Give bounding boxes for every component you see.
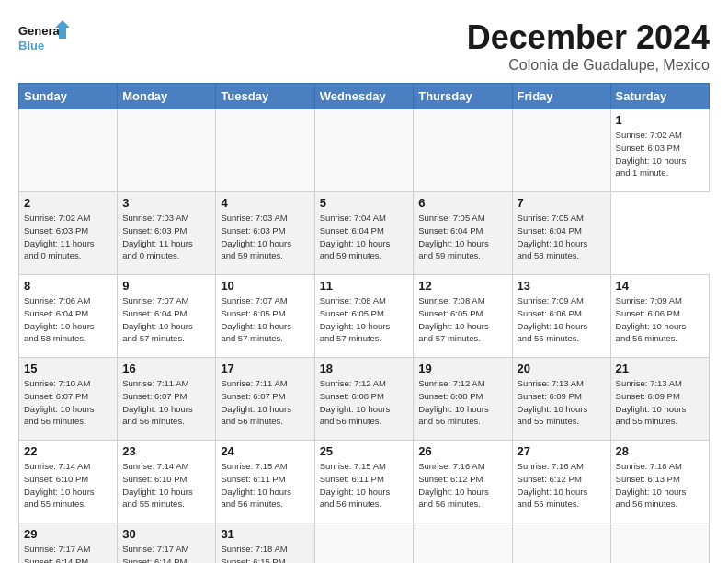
table-row: 3 Sunrise: 7:03 AMSunset: 6:03 PMDayligh…: [118, 192, 216, 275]
table-row: [216, 109, 314, 192]
day-number: 30: [122, 527, 210, 541]
day-number: 22: [24, 444, 112, 458]
day-number: 12: [418, 279, 506, 293]
day-number: 20: [518, 362, 606, 375]
calendar-table: Sunday Monday Tuesday Wednesday Thursday…: [18, 83, 710, 563]
table-row: [118, 109, 216, 192]
day-number: 14: [616, 279, 704, 293]
day-number: 15: [24, 362, 112, 375]
table-row: 13 Sunrise: 7:09 AMSunset: 6:06 PMDaylig…: [512, 275, 610, 358]
calendar-week-6: 29 Sunrise: 7:17 AMSunset: 6:14 PMDaylig…: [19, 523, 710, 564]
day-number: 23: [122, 444, 210, 458]
day-number: 11: [320, 279, 409, 293]
day-info: Sunrise: 7:12 AMSunset: 6:08 PMDaylight:…: [320, 377, 409, 428]
table-row: 16 Sunrise: 7:11 AMSunset: 6:07 PMDaylig…: [118, 358, 216, 441]
day-number: 31: [221, 527, 309, 541]
day-number: 21: [616, 362, 704, 375]
day-number: 8: [24, 279, 112, 293]
day-info: Sunrise: 7:02 AMSunset: 6:03 PMDaylight:…: [24, 212, 112, 262]
table-row: 9 Sunrise: 7:07 AMSunset: 6:04 PMDayligh…: [118, 275, 216, 358]
table-row: 28 Sunrise: 7:16 AMSunset: 6:13 PMDaylig…: [610, 441, 709, 523]
day-number: 2: [24, 196, 112, 210]
day-number: 17: [221, 362, 309, 375]
day-info: Sunrise: 7:17 AMSunset: 6:14 PMDaylight:…: [122, 543, 210, 563]
day-info: Sunrise: 7:05 AMSunset: 6:04 PMDaylight:…: [418, 212, 506, 262]
day-number: 10: [221, 279, 309, 293]
calendar-week-5: 22 Sunrise: 7:14 AMSunset: 6:10 PMDaylig…: [19, 441, 710, 523]
day-info: Sunrise: 7:07 AMSunset: 6:04 PMDaylight:…: [122, 294, 210, 345]
calendar-header-row: Sunday Monday Tuesday Wednesday Thursday…: [19, 84, 710, 109]
table-row: 11 Sunrise: 7:08 AMSunset: 6:05 PMDaylig…: [314, 275, 414, 358]
table-row: 23 Sunrise: 7:14 AMSunset: 6:10 PMDaylig…: [118, 441, 216, 523]
day-info: Sunrise: 7:16 AMSunset: 6:12 PMDaylight:…: [418, 460, 506, 511]
day-number: 29: [24, 527, 112, 541]
table-row: [314, 523, 414, 564]
day-info: Sunrise: 7:11 AMSunset: 6:07 PMDaylight:…: [221, 377, 309, 428]
table-row: 10 Sunrise: 7:07 AMSunset: 6:05 PMDaylig…: [216, 275, 314, 358]
table-row: [414, 109, 512, 192]
header-wednesday: Wednesday: [314, 84, 414, 109]
table-row: [512, 109, 610, 192]
day-number: 27: [518, 444, 606, 458]
day-info: Sunrise: 7:02 AMSunset: 6:03 PMDaylight:…: [616, 129, 704, 179]
table-row: 19 Sunrise: 7:12 AMSunset: 6:08 PMDaylig…: [414, 358, 512, 441]
day-info: Sunrise: 7:10 AMSunset: 6:07 PMDaylight:…: [24, 377, 112, 428]
day-info: Sunrise: 7:09 AMSunset: 6:06 PMDaylight:…: [616, 294, 704, 345]
day-info: Sunrise: 7:03 AMSunset: 6:03 PMDaylight:…: [221, 212, 309, 262]
table-row: 15 Sunrise: 7:10 AMSunset: 6:07 PMDaylig…: [19, 358, 118, 441]
day-number: 7: [518, 196, 606, 210]
day-number: 1: [616, 113, 704, 127]
day-number: 26: [418, 444, 506, 458]
table-row: 22 Sunrise: 7:14 AMSunset: 6:10 PMDaylig…: [19, 441, 118, 523]
table-row: 1 Sunrise: 7:02 AMSunset: 6:03 PMDayligh…: [610, 109, 709, 192]
day-info: Sunrise: 7:15 AMSunset: 6:11 PMDaylight:…: [320, 460, 409, 511]
day-number: 25: [320, 444, 409, 458]
table-row: 21 Sunrise: 7:13 AMSunset: 6:09 PMDaylig…: [610, 358, 709, 441]
table-row: 5 Sunrise: 7:04 AMSunset: 6:04 PMDayligh…: [314, 192, 414, 275]
day-number: 18: [320, 362, 409, 375]
svg-text:General: General: [18, 24, 63, 38]
day-number: 4: [221, 196, 309, 210]
day-number: 28: [616, 444, 704, 458]
table-row: 2 Sunrise: 7:02 AMSunset: 6:03 PMDayligh…: [19, 192, 118, 275]
table-row: 26 Sunrise: 7:16 AMSunset: 6:12 PMDaylig…: [414, 441, 512, 523]
table-row: 4 Sunrise: 7:03 AMSunset: 6:03 PMDayligh…: [216, 192, 314, 275]
header-monday: Monday: [118, 84, 216, 109]
header-saturday: Saturday: [610, 84, 709, 109]
day-info: Sunrise: 7:17 AMSunset: 6:14 PMDaylight:…: [24, 543, 112, 563]
day-info: Sunrise: 7:06 AMSunset: 6:04 PMDaylight:…: [24, 294, 112, 345]
day-number: 16: [122, 362, 210, 375]
calendar-week-4: 15 Sunrise: 7:10 AMSunset: 6:07 PMDaylig…: [19, 358, 710, 441]
table-row: 25 Sunrise: 7:15 AMSunset: 6:11 PMDaylig…: [314, 441, 414, 523]
day-number: 9: [122, 279, 210, 293]
calendar-week-2: 2 Sunrise: 7:02 AMSunset: 6:03 PMDayligh…: [19, 192, 710, 275]
day-info: Sunrise: 7:13 AMSunset: 6:09 PMDaylight:…: [616, 377, 704, 428]
day-number: 6: [418, 196, 506, 210]
header-thursday: Thursday: [414, 84, 512, 109]
table-row: 20 Sunrise: 7:13 AMSunset: 6:09 PMDaylig…: [512, 358, 610, 441]
table-row: 24 Sunrise: 7:15 AMSunset: 6:11 PMDaylig…: [216, 441, 314, 523]
day-info: Sunrise: 7:16 AMSunset: 6:12 PMDaylight:…: [518, 460, 606, 511]
location-title: Colonia de Guadalupe, Mexico: [467, 57, 710, 74]
day-info: Sunrise: 7:03 AMSunset: 6:03 PMDaylight:…: [122, 212, 210, 262]
month-title: December 2024: [467, 18, 710, 57]
day-info: Sunrise: 7:16 AMSunset: 6:13 PMDaylight:…: [616, 460, 704, 511]
table-row: 6 Sunrise: 7:05 AMSunset: 6:04 PMDayligh…: [414, 192, 512, 275]
table-row: 8 Sunrise: 7:06 AMSunset: 6:04 PMDayligh…: [19, 275, 118, 358]
day-info: Sunrise: 7:14 AMSunset: 6:10 PMDaylight:…: [24, 460, 112, 511]
day-info: Sunrise: 7:14 AMSunset: 6:10 PMDaylight:…: [122, 460, 210, 511]
day-number: 5: [320, 196, 409, 210]
day-number: 19: [418, 362, 506, 375]
day-info: Sunrise: 7:09 AMSunset: 6:06 PMDaylight:…: [518, 294, 606, 345]
svg-text:Blue: Blue: [18, 39, 44, 52]
day-number: 3: [122, 196, 210, 210]
header-friday: Friday: [512, 84, 610, 109]
day-info: Sunrise: 7:12 AMSunset: 6:08 PMDaylight:…: [418, 377, 506, 428]
day-info: Sunrise: 7:07 AMSunset: 6:05 PMDaylight:…: [221, 294, 309, 345]
table-row: [19, 109, 118, 192]
day-info: Sunrise: 7:18 AMSunset: 6:15 PMDaylight:…: [221, 543, 309, 563]
table-row: 17 Sunrise: 7:11 AMSunset: 6:07 PMDaylig…: [216, 358, 314, 441]
table-row: 14 Sunrise: 7:09 AMSunset: 6:06 PMDaylig…: [610, 275, 709, 358]
day-info: Sunrise: 7:13 AMSunset: 6:09 PMDaylight:…: [518, 377, 606, 428]
page-header: General Blue December 2024 Colonia de Gu…: [18, 18, 710, 74]
